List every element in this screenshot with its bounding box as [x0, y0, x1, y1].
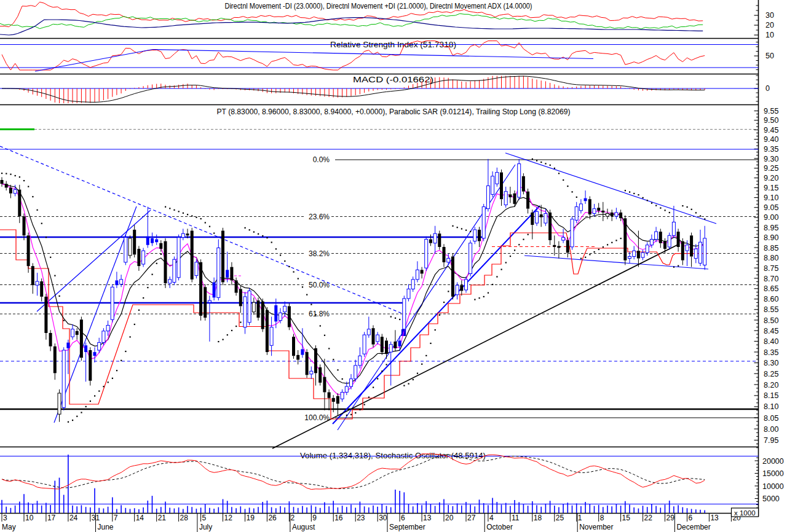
- svg-text:9.25: 9.25: [764, 164, 778, 173]
- svg-text:8.55: 8.55: [764, 305, 778, 314]
- svg-text:December: December: [676, 523, 710, 531]
- svg-text:20000: 20000: [762, 457, 784, 466]
- svg-text:Directnl Movement -DI (23.0000: Directnl Movement -DI (23.0000), Directn…: [225, 2, 532, 10]
- svg-text:November: November: [579, 523, 613, 531]
- svg-text:8.90: 8.90: [764, 233, 778, 242]
- svg-text:13: 13: [710, 514, 719, 522]
- svg-text:9.45: 9.45: [764, 126, 778, 135]
- svg-text:8.75: 8.75: [764, 264, 778, 273]
- svg-text:7.95: 7.95: [764, 436, 778, 445]
- svg-text:9.50: 9.50: [764, 116, 778, 125]
- svg-text:6: 6: [689, 514, 693, 522]
- svg-text:0: 0: [765, 84, 770, 93]
- svg-text:30: 30: [379, 514, 387, 522]
- svg-text:12: 12: [224, 514, 233, 522]
- svg-text:27: 27: [467, 514, 476, 522]
- svg-text:8.30: 8.30: [764, 359, 778, 367]
- svg-text:3: 3: [3, 514, 7, 522]
- svg-text:6: 6: [401, 514, 405, 522]
- svg-text:8: 8: [600, 514, 604, 522]
- svg-text:100.0%: 100.0%: [304, 413, 330, 422]
- svg-text:9.15: 9.15: [764, 184, 778, 192]
- svg-text:MACD (-0.01662): MACD (-0.01662): [353, 76, 433, 84]
- svg-text:x 1000: x 1000: [734, 509, 756, 517]
- svg-text:30: 30: [765, 11, 774, 20]
- svg-text:10: 10: [25, 514, 34, 522]
- svg-text:38.2%: 38.2%: [309, 249, 330, 258]
- svg-text:8.00: 8.00: [764, 425, 778, 434]
- svg-text:23: 23: [357, 514, 365, 522]
- svg-text:September: September: [389, 523, 425, 531]
- svg-text:23.6%: 23.6%: [309, 213, 330, 221]
- svg-text:8.05: 8.05: [764, 414, 778, 423]
- svg-text:21: 21: [158, 514, 167, 522]
- svg-text:8.15: 8.15: [764, 391, 778, 400]
- svg-text:16: 16: [334, 514, 343, 522]
- svg-text:8.95: 8.95: [764, 224, 778, 232]
- svg-text:10: 10: [765, 31, 774, 39]
- svg-text:0.0%: 0.0%: [313, 155, 330, 164]
- svg-text:18: 18: [534, 514, 542, 522]
- svg-text:PT (8.83000, 8.96000, 8.83000,: PT (8.83000, 8.96000, 8.83000, 8.94000, …: [217, 108, 571, 116]
- svg-text:8.60: 8.60: [764, 295, 778, 303]
- svg-text:15: 15: [622, 514, 631, 522]
- svg-text:8.80: 8.80: [764, 254, 778, 262]
- svg-text:8.35: 8.35: [764, 348, 778, 357]
- svg-text:11: 11: [512, 514, 520, 522]
- svg-text:Volume (1,334,318), Stochastic: Volume (1,334,318), Stochastic Oscillato…: [300, 452, 486, 460]
- svg-text:50.0%: 50.0%: [309, 281, 330, 289]
- svg-text:June: June: [98, 523, 114, 531]
- svg-text:50: 50: [765, 52, 774, 60]
- svg-text:9.55: 9.55: [764, 107, 778, 115]
- svg-text:October: October: [486, 523, 513, 531]
- svg-text:14: 14: [136, 514, 144, 522]
- svg-text:8.25: 8.25: [764, 370, 778, 378]
- svg-text:8.85: 8.85: [764, 244, 778, 252]
- svg-text:28: 28: [180, 514, 189, 522]
- svg-text:17: 17: [47, 514, 56, 522]
- svg-text:9.05: 9.05: [764, 203, 778, 212]
- svg-text:9.00: 9.00: [764, 213, 778, 222]
- svg-text:9.20: 9.20: [764, 174, 778, 182]
- svg-text:22: 22: [644, 514, 653, 522]
- svg-text:5000: 5000: [762, 495, 780, 503]
- svg-text:10000: 10000: [762, 482, 784, 491]
- svg-text:9.10: 9.10: [764, 194, 778, 202]
- svg-text:8.40: 8.40: [764, 337, 778, 346]
- svg-text:25: 25: [556, 514, 564, 522]
- svg-text:May: May: [2, 523, 16, 531]
- svg-text:1: 1: [578, 514, 582, 522]
- svg-text:61.8%: 61.8%: [309, 310, 330, 318]
- svg-text:9.30: 9.30: [764, 155, 778, 163]
- svg-text:9: 9: [312, 514, 317, 522]
- svg-text:20: 20: [445, 514, 454, 522]
- svg-text:9.35: 9.35: [764, 145, 778, 154]
- svg-text:13: 13: [423, 514, 432, 522]
- svg-text:2: 2: [290, 514, 295, 522]
- svg-text:20: 20: [765, 21, 774, 29]
- svg-text:8.45: 8.45: [764, 327, 778, 335]
- svg-text:9.40: 9.40: [764, 135, 778, 144]
- svg-text:8.70: 8.70: [764, 275, 778, 283]
- svg-text:8.50: 8.50: [764, 316, 778, 325]
- svg-text:8.10: 8.10: [764, 402, 778, 411]
- svg-text:26: 26: [268, 514, 277, 522]
- svg-text:July: July: [199, 523, 212, 531]
- svg-text:24: 24: [69, 514, 78, 522]
- svg-text:5: 5: [202, 514, 207, 522]
- svg-text:8.20: 8.20: [764, 381, 778, 389]
- svg-text:8.65: 8.65: [764, 284, 778, 293]
- svg-text:15000: 15000: [762, 469, 784, 478]
- svg-text:August: August: [292, 523, 315, 531]
- svg-text:4: 4: [489, 514, 494, 522]
- svg-text:19: 19: [247, 514, 255, 522]
- svg-text:7: 7: [114, 514, 118, 522]
- svg-text:29: 29: [666, 514, 675, 522]
